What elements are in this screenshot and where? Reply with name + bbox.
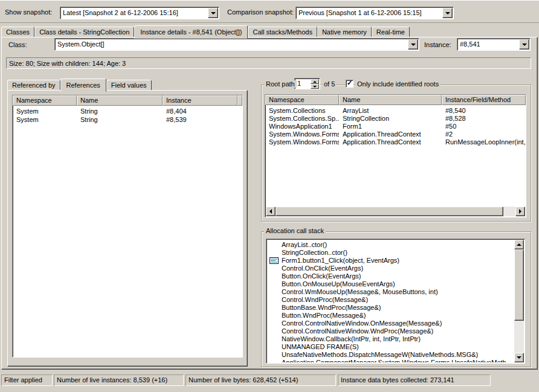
show-snapshot-value: Latest [Snapshot 2 at 6-12-2006 15:16] — [63, 9, 207, 16]
column-header-name[interactable]: Name — [77, 95, 163, 106]
cell-name: StringCollection — [339, 115, 442, 123]
call-stack-item-text: Form1.button1_Click(object, EventArgs) — [282, 257, 399, 264]
column-header-namespace[interactable]: Namespace — [265, 95, 339, 105]
spinner-up-icon[interactable] — [311, 79, 319, 84]
root-path-listview: Namespace Name Instance/Field/Method Sys… — [265, 94, 526, 217]
table-row[interactable]: System.Windows.Forms Application.ThreadC… — [265, 130, 526, 138]
call-stack-item[interactable]: Control.WmMouseUp(Message&, MouseButtons… — [267, 288, 514, 296]
tab-instance-details[interactable]: Instance details - #8,541 (Object[]) — [134, 25, 248, 39]
cell-namespace: WindowsApplication1 — [265, 123, 339, 130]
call-stack-item[interactable]: Form1.button1_Click(object, EventArgs) — [267, 257, 514, 265]
cell-name: Form1 — [339, 123, 442, 130]
tab-classes[interactable]: Classes — [1, 27, 34, 37]
root-path-label: Root path — [264, 80, 297, 88]
call-stack-items: ArrayList..ctor() StringCollection..ctor… — [267, 241, 514, 362]
tab-field-values[interactable]: Field values — [106, 80, 152, 91]
spinner-down-icon[interactable] — [311, 84, 319, 89]
table-row[interactable]: System String #8,404 — [13, 108, 242, 116]
identified-roots-checkbox-label: Only include identified roots — [355, 80, 441, 88]
call-stack-item[interactable]: ArrayList..ctor() — [267, 241, 514, 249]
call-stack-item[interactable]: Application.ComponentManager.System.Wind… — [267, 359, 514, 362]
show-snapshot-label: Show snapshot: — [5, 8, 52, 16]
cell-instance: #50 — [442, 123, 526, 130]
cell-instance: #8,404 — [163, 108, 237, 116]
table-row[interactable]: System.Windows.Forms Application.ThreadC… — [265, 138, 526, 146]
comparison-snapshot-combobox[interactable]: Previous [Snapshot 1 at 6-12-2006 15:15] — [295, 7, 454, 19]
checkmark-icon: ✓ — [347, 79, 352, 87]
table-row[interactable]: System.Collections.Sp... StringCollectio… — [265, 115, 526, 123]
references-listview: Namespace Name Instance System String #8… — [12, 95, 243, 358]
cell-namespace: System.Collections — [265, 107, 339, 115]
table-row[interactable]: WindowsApplication1 Form1 #50 — [265, 123, 526, 130]
scroll-left-icon[interactable] — [266, 207, 276, 216]
cell-instance: #8,539 — [163, 116, 237, 124]
call-stack-item[interactable]: Control.ControlNativeWindow.OnMessage(Me… — [267, 320, 514, 327]
table-row[interactable]: System String #8,539 — [13, 116, 242, 124]
status-live-instances: Number of live instances: 8,539 (+16) — [54, 374, 184, 386]
call-stack-item[interactable]: Control.WndProc(Message&) — [267, 296, 514, 304]
class-value: System.Object[] — [57, 40, 407, 48]
cell-namespace: System.Windows.Forms — [265, 130, 339, 138]
column-header-name[interactable]: Name — [339, 95, 442, 105]
comparison-snapshot-dropdown-arrow-icon[interactable] — [442, 8, 453, 18]
table-row[interactable]: System.Collections ArrayList #8,540 — [265, 107, 526, 115]
horizontal-scrollbar[interactable] — [266, 207, 525, 216]
tab-native-memory[interactable]: Native memory — [317, 27, 372, 37]
call-stack-item[interactable]: UnsafeNativeMethods.DispatchMessageW(Nat… — [267, 351, 514, 359]
horizontal-scrollbar-thumb[interactable] — [276, 207, 503, 216]
tab-references[interactable]: References — [60, 79, 106, 92]
call-stack-item[interactable]: UNMANAGED FRAME(S) — [267, 343, 514, 351]
status-instance-data-bytes: Instance data bytes collected: 273,141 — [338, 374, 491, 386]
call-stack-item[interactable]: NativeWindow.Callback(IntPtr, int, IntPt… — [267, 335, 514, 343]
class-label: Class: — [8, 41, 27, 48]
comparison-snapshot-value: Previous [Snapshot 1 at 6-12-2006 15:15] — [299, 9, 441, 16]
cell-name: String — [77, 108, 163, 116]
instance-combobox[interactable]: #8,541 — [457, 38, 531, 51]
status-live-bytes: Number of live bytes: 628,452 (+514) — [186, 374, 336, 386]
snapshot-toolbar: Show snapshot: Latest [Snapshot 2 at 6-1… — [0, 0, 539, 23]
identified-roots-checkbox[interactable]: ✓ — [346, 80, 353, 88]
allocation-call-stack-label: Allocation call stack — [264, 227, 326, 234]
column-header-namespace[interactable]: Namespace — [13, 95, 77, 106]
call-stack-item[interactable]: Button.WndProc(Message&) — [267, 312, 514, 320]
tab-class-details[interactable]: Class details - StringCollection — [34, 27, 134, 37]
tab-call-stacks[interactable]: Call stacks/Methods — [248, 27, 317, 37]
call-stack-item[interactable]: StringCollection..ctor() — [267, 249, 514, 257]
call-stack-item[interactable]: Button.OnClick(EventArgs) — [267, 272, 514, 280]
tab-referenced-by[interactable]: Referenced by — [7, 80, 60, 91]
comparison-snapshot-label: Comparison snapshot: — [227, 8, 294, 16]
scroll-right-icon[interactable] — [515, 207, 525, 216]
cell-name: Application.ThreadContext — [339, 130, 442, 138]
cell-namespace: System.Windows.Forms — [265, 138, 339, 146]
call-stack-item[interactable]: ButtonBase.WndProc(Message&) — [267, 304, 514, 312]
root-path-spinner[interactable]: 1 — [294, 78, 320, 89]
call-stack-item[interactable]: Button.OnMouseUp(MouseEventArgs) — [267, 280, 514, 288]
vertical-scrollbar-thumb[interactable] — [514, 249, 524, 321]
scroll-up-icon[interactable] — [514, 240, 524, 249]
scroll-down-icon[interactable] — [514, 353, 524, 362]
call-stack-item[interactable]: Control.ControlNativeWindow.WndProc(Mess… — [267, 327, 514, 335]
call-stack-listbox: ArrayList..ctor() StringCollection..ctor… — [266, 239, 525, 364]
column-header-instance[interactable]: Instance — [163, 95, 237, 106]
vertical-scrollbar[interactable] — [514, 240, 524, 362]
class-combobox[interactable]: System.Object[] — [54, 38, 419, 51]
call-stack-item[interactable]: Control.OnClick(EventArgs) — [267, 265, 514, 272]
show-snapshot-dropdown-arrow-icon[interactable] — [208, 8, 218, 18]
source-code-icon — [270, 257, 279, 265]
cell-namespace: System — [13, 108, 77, 116]
status-filter-applied: Filter applied — [1, 374, 53, 386]
cell-name: String — [77, 116, 163, 124]
show-snapshot-combobox[interactable]: Latest [Snapshot 2 at 6-12-2006 15:16] — [60, 7, 219, 19]
instance-label: Instance: — [424, 41, 451, 48]
cell-instance: #2 — [442, 130, 526, 138]
class-dropdown-arrow-icon[interactable] — [408, 39, 418, 50]
tab-real-time[interactable]: Real-time — [372, 27, 410, 37]
cell-namespace: System — [13, 116, 77, 124]
column-header-instance-field-method[interactable]: Instance/Field/Method — [442, 95, 526, 105]
instance-value: #8,541 — [460, 40, 518, 48]
cell-name: Application.ThreadContext — [339, 138, 442, 146]
instance-dropdown-arrow-icon[interactable] — [519, 39, 529, 50]
cell-name: ArrayList — [339, 107, 442, 115]
references-header-row: Namespace Name Instance — [13, 95, 242, 106]
reference-tab-strip: Referenced by References Field values — [7, 77, 152, 91]
